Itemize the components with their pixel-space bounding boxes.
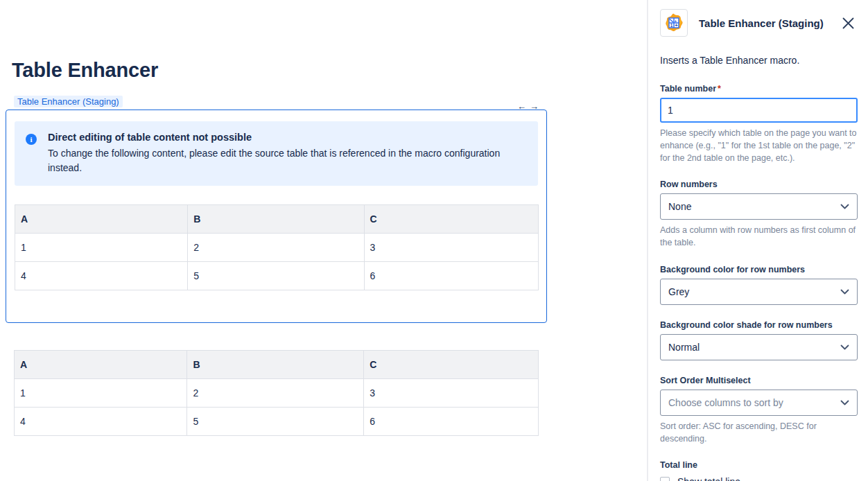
source-table: A B C 1 2 3 4 5 6 bbox=[14, 350, 539, 436]
chevron-down-icon bbox=[840, 400, 849, 405]
table-header-row: A B C bbox=[15, 205, 539, 234]
svg-text:+: + bbox=[675, 22, 678, 28]
select-value: Grey bbox=[668, 286, 689, 297]
table-cell: 6 bbox=[364, 262, 538, 290]
table-cell: 3 bbox=[364, 234, 538, 262]
field-row-numbers: Row numbers None Adds a column with row … bbox=[660, 180, 858, 250]
close-panel-button[interactable] bbox=[840, 15, 856, 31]
field-label: Table number* bbox=[660, 84, 858, 94]
column-header: B bbox=[188, 205, 364, 234]
info-banner-body: To change the following content, please … bbox=[48, 146, 523, 175]
row-numbers-select[interactable]: None bbox=[660, 193, 858, 220]
chevron-down-icon bbox=[840, 204, 849, 209]
editor-content-area: ← → Table Enhancer Table Enhancer (Stagi… bbox=[0, 59, 647, 481]
field-label: Row numbers bbox=[660, 180, 858, 189]
table-cell[interactable]: 1 bbox=[15, 379, 187, 408]
table-row: 4 5 6 bbox=[15, 408, 539, 436]
field-help-text: Adds a column with row numbers as first … bbox=[660, 225, 858, 250]
column-header: A bbox=[15, 205, 188, 234]
arrow-left-icon: ← bbox=[517, 101, 526, 112]
field-total-line: Total line Show total line The total lin… bbox=[660, 460, 858, 481]
info-banner-title: Direct editing of table content not poss… bbox=[48, 132, 523, 143]
bg-color-select[interactable]: Grey bbox=[660, 279, 858, 305]
field-help-text: Please specify which table on the page y… bbox=[660, 128, 858, 164]
select-value: Normal bbox=[668, 342, 700, 353]
field-label: Sort Order Multiselect bbox=[660, 376, 858, 385]
column-header[interactable]: A bbox=[15, 351, 187, 379]
panel-title: Table Enhancer (Staging) bbox=[699, 17, 829, 29]
column-header[interactable]: B bbox=[187, 351, 364, 379]
table-cell: 5 bbox=[188, 262, 364, 290]
field-bg-color-shade: Background color shade for row numbers N… bbox=[660, 320, 858, 360]
field-label: Background color for row numbers bbox=[660, 265, 858, 274]
table-header-row: A B C bbox=[15, 351, 539, 379]
table-cell[interactable]: 2 bbox=[187, 379, 364, 408]
select-placeholder: Choose columns to sort by bbox=[668, 397, 783, 408]
info-icon: i bbox=[26, 134, 37, 145]
field-help-text: Sort order: ASC for ascending, DESC for … bbox=[660, 421, 858, 446]
close-icon bbox=[842, 17, 855, 30]
checkbox-unchecked-icon[interactable] bbox=[660, 477, 670, 481]
chevron-down-icon bbox=[840, 344, 849, 350]
show-total-line-option[interactable]: Show total line bbox=[660, 476, 858, 481]
field-label: Background color shade for row numbers bbox=[660, 320, 858, 330]
info-banner-content: Direct editing of table content not poss… bbox=[48, 132, 523, 175]
required-asterisk: * bbox=[718, 84, 721, 94]
table-cell[interactable]: 4 bbox=[15, 408, 187, 436]
table-row: 1 2 3 bbox=[15, 234, 539, 262]
macro-preview-table: A B C 1 2 3 4 5 6 bbox=[15, 204, 539, 290]
table-number-input[interactable] bbox=[660, 98, 858, 123]
column-header[interactable]: C bbox=[364, 351, 539, 379]
field-sort-order: Sort Order Multiselect Choose columns to… bbox=[660, 376, 858, 446]
table-row: 4 5 6 bbox=[15, 262, 539, 290]
table-cell: 1 bbox=[15, 234, 188, 262]
macro-config-panel: 1 + Table Enhancer (Staging) Inserts a T… bbox=[647, 0, 868, 481]
macro-preview-container[interactable]: i Direct editing of table content not po… bbox=[6, 110, 547, 323]
table-row: 1 2 3 bbox=[15, 379, 539, 408]
table-cell: 2 bbox=[188, 234, 364, 262]
checkbox-label: Show total line bbox=[677, 476, 740, 481]
field-label: Total line bbox=[660, 460, 858, 470]
bg-color-shade-select[interactable]: Normal bbox=[660, 334, 858, 360]
macro-selection-label[interactable]: Table Enhancer (Staging) bbox=[14, 96, 123, 107]
info-banner: i Direct editing of table content not po… bbox=[15, 121, 538, 186]
svg-text:1: 1 bbox=[670, 23, 673, 28]
page-width-toggle-icon[interactable]: ← → bbox=[517, 101, 539, 112]
field-table-number: Table number* Please specify which table… bbox=[660, 84, 858, 164]
panel-description: Inserts a Table Enhancer macro. bbox=[660, 55, 858, 66]
sort-order-multiselect[interactable]: Choose columns to sort by bbox=[660, 390, 858, 416]
table-cell[interactable]: 5 bbox=[187, 408, 364, 436]
arrow-right-icon: → bbox=[530, 101, 539, 112]
chevron-down-icon bbox=[840, 289, 849, 295]
column-header: C bbox=[364, 205, 538, 234]
table-enhancer-macro-icon: 1 + bbox=[660, 9, 688, 37]
page-title[interactable]: Table Enhancer bbox=[12, 59, 647, 82]
table-cell[interactable]: 3 bbox=[364, 379, 539, 408]
field-bg-color: Background color for row numbers Grey bbox=[660, 265, 858, 305]
select-value: None bbox=[668, 201, 691, 212]
panel-header: 1 + Table Enhancer (Staging) bbox=[660, 9, 858, 37]
table-cell[interactable]: 6 bbox=[364, 408, 539, 436]
table-cell: 4 bbox=[15, 262, 188, 290]
